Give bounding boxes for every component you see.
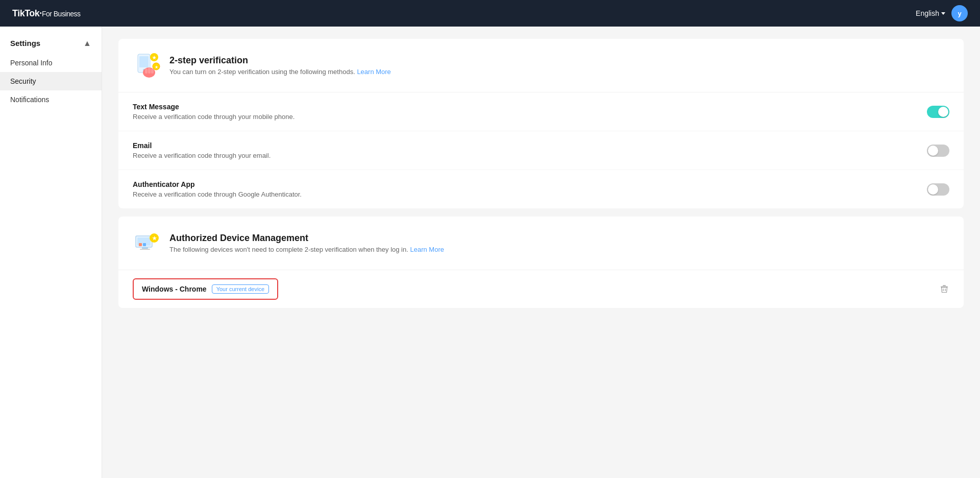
device-mgmt-icon: ★ <box>133 229 161 257</box>
logo-forbusiness: For Business <box>42 10 81 18</box>
layout: Settings ▲ Personal Info Security Notifi… <box>0 0 980 478</box>
sidebar-item-security[interactable]: Security <box>0 72 102 90</box>
device-mgmt-header: ★ Authorized Device Management The follo… <box>118 217 964 270</box>
avatar[interactable]: y <box>951 5 968 21</box>
method-text-message-info: Text Message Receive a verification code… <box>133 103 295 121</box>
logo-tiktok: TikTok <box>12 8 39 18</box>
svg-rect-17 <box>139 243 142 246</box>
chevron-down-icon <box>941 12 945 15</box>
method-email-desc: Receive a verification code through your… <box>133 152 271 159</box>
two-step-learn-more-link[interactable]: Learn More <box>357 68 390 76</box>
svg-rect-4 <box>145 68 148 74</box>
authorized-device-card: ★ Authorized Device Management The follo… <box>118 217 964 308</box>
logo: TikTok·For Business <box>12 8 81 19</box>
sidebar-title: Settings <box>10 39 40 47</box>
svg-rect-5 <box>148 67 151 74</box>
svg-text:★: ★ <box>152 55 157 60</box>
method-text-message-name: Text Message <box>133 103 295 111</box>
email-toggle[interactable] <box>927 145 949 157</box>
device-mgmt-learn-more-link[interactable]: Learn More <box>410 246 444 253</box>
main-content: ★ ★ 2-step verification You can turn on … <box>102 27 980 478</box>
device-mgmt-description: The following devices won't need to comp… <box>169 246 444 253</box>
app-header: TikTok·For Business English y <box>0 0 980 27</box>
device-row-windows-chrome: Windows - Chrome Your current device <box>118 270 964 308</box>
svg-rect-18 <box>143 243 146 246</box>
two-step-info: 2-step verification You can turn on 2-st… <box>169 55 391 76</box>
method-row-authenticator: Authenticator App Receive a verification… <box>118 170 964 208</box>
svg-rect-20 <box>943 285 946 286</box>
sidebar: Settings ▲ Personal Info Security Notifi… <box>0 27 102 478</box>
sidebar-item-personal-info[interactable]: Personal Info <box>0 54 102 72</box>
method-row-text-message: Text Message Receive a verification code… <box>118 92 964 131</box>
svg-rect-1 <box>139 56 149 67</box>
svg-rect-14 <box>140 249 150 250</box>
device-name: Windows - Chrome <box>142 285 207 293</box>
current-device-box: Windows - Chrome Your current device <box>133 278 278 300</box>
current-device-badge: Your current device <box>212 284 269 294</box>
method-authenticator-name: Authenticator App <box>133 180 302 188</box>
language-label: English <box>916 9 939 17</box>
two-step-header: ★ ★ 2-step verification You can turn on … <box>118 39 964 92</box>
sidebar-item-notifications[interactable]: Notifications <box>0 90 102 109</box>
toggle-thumb-email <box>928 146 938 156</box>
authenticator-toggle[interactable] <box>927 183 949 196</box>
method-authenticator-desc: Receive a verification code through Goog… <box>133 190 302 198</box>
toggle-thumb-auth <box>928 184 938 195</box>
method-text-message-desc: Receive a verification code through your… <box>133 113 295 121</box>
svg-text:★: ★ <box>155 65 158 69</box>
sidebar-header: Settings ▲ <box>0 35 102 54</box>
two-step-verification-card: ★ ★ 2-step verification You can turn on … <box>118 39 964 208</box>
svg-rect-6 <box>151 68 154 74</box>
method-authenticator-info: Authenticator App Receive a verification… <box>133 180 302 198</box>
svg-rect-13 <box>142 247 148 249</box>
two-step-description: You can turn on 2-step verification usin… <box>169 68 391 76</box>
svg-text:★: ★ <box>152 235 157 241</box>
text-message-toggle[interactable] <box>927 106 949 118</box>
collapse-icon[interactable]: ▲ <box>83 39 91 47</box>
method-email-info: Email Receive a verification code throug… <box>133 141 271 159</box>
language-selector[interactable]: English <box>916 9 945 17</box>
device-mgmt-info: Authorized Device Management The followi… <box>169 233 444 253</box>
header-right: English y <box>916 5 968 21</box>
method-row-email: Email Receive a verification code throug… <box>118 131 964 170</box>
device-mgmt-title: Authorized Device Management <box>169 233 444 244</box>
toggle-thumb <box>938 107 948 117</box>
method-email-name: Email <box>133 141 271 150</box>
delete-device-button[interactable] <box>939 284 949 294</box>
two-step-title: 2-step verification <box>169 55 391 66</box>
two-step-icon: ★ ★ <box>133 51 161 80</box>
